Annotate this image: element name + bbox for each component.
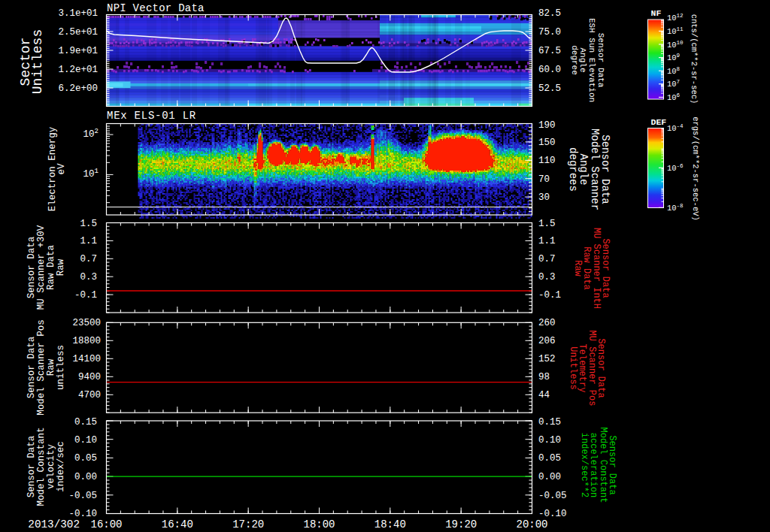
svg-text:-0.1: -0.1 — [74, 290, 97, 301]
svg-text:Raw: Raw — [56, 258, 66, 276]
svg-text:0.10: 0.10 — [538, 435, 561, 446]
svg-text:ESH Sun Elevation: ESH Sun Elevation — [587, 18, 596, 102]
svg-text:1.5: 1.5 — [538, 219, 556, 229]
svg-text:30: 30 — [538, 192, 550, 203]
svg-text:0.05: 0.05 — [74, 453, 97, 464]
svg-text:23500: 23500 — [72, 318, 101, 328]
svg-text:NF: NF — [651, 8, 662, 18]
svg-text:1.9e+01: 1.9e+01 — [58, 46, 98, 56]
svg-text:67.5: 67.5 — [538, 46, 561, 56]
svg-text:260: 260 — [538, 318, 556, 328]
svg-text:-0.05: -0.05 — [538, 491, 567, 501]
svg-text:150: 150 — [538, 138, 556, 148]
svg-text:Sensor Data: Sensor Data — [26, 435, 37, 497]
svg-text:index/sec: index/sec — [56, 441, 66, 492]
svg-text:16:40: 16:40 — [162, 518, 193, 530]
svg-text:cnts/(cm**2-sr-sec): cnts/(cm**2-sr-sec) — [690, 14, 699, 104]
svg-text:Raw: Raw — [46, 358, 56, 376]
svg-text:3.1e+01: 3.1e+01 — [58, 8, 98, 19]
svg-text:20:00: 20:00 — [516, 518, 547, 530]
svg-text:0.15: 0.15 — [538, 417, 561, 428]
svg-text:152: 152 — [538, 354, 556, 364]
svg-text:NPI Vector Data: NPI Vector Data — [107, 2, 205, 14]
svg-text:Unitless: Unitless — [568, 346, 578, 390]
svg-text:velocity: velocity — [46, 443, 56, 489]
svg-text:degrees: degrees — [567, 147, 579, 192]
svg-text:18:40: 18:40 — [374, 518, 406, 530]
svg-text:9400: 9400 — [78, 372, 101, 382]
svg-text:ergs/(cm**2-sr-sec-eV): ergs/(cm**2-sr-sec-eV) — [691, 116, 700, 221]
svg-text:70: 70 — [538, 174, 550, 185]
svg-text:-0.10: -0.10 — [538, 509, 567, 519]
svg-text:-0.10: -0.10 — [68, 509, 97, 519]
svg-text:-0.1: -0.1 — [538, 290, 561, 301]
svg-text:0.3: 0.3 — [80, 272, 97, 283]
svg-text:0.7: 0.7 — [80, 254, 97, 264]
svg-text:2.5e+01: 2.5e+01 — [58, 27, 98, 38]
svg-text:1.1: 1.1 — [80, 236, 97, 246]
svg-text:18:00: 18:00 — [303, 518, 335, 530]
svg-text:Model Scanner Pos: Model Scanner Pos — [36, 319, 47, 416]
svg-text:MEx ELS-01 LR: MEx ELS-01 LR — [107, 110, 196, 122]
svg-text:1.5: 1.5 — [80, 219, 97, 229]
svg-text:52.5: 52.5 — [538, 83, 561, 94]
svg-text:44: 44 — [538, 390, 550, 401]
svg-text:6.2e+00: 6.2e+00 — [58, 83, 98, 94]
svg-text:98: 98 — [538, 372, 550, 382]
svg-text:0.00: 0.00 — [538, 472, 561, 482]
svg-text:206: 206 — [538, 336, 556, 346]
svg-text:0.3: 0.3 — [538, 272, 556, 283]
svg-text:Unitless: Unitless — [30, 29, 45, 94]
svg-text:14100: 14100 — [72, 354, 101, 364]
svg-text:DEF: DEF — [651, 117, 667, 127]
svg-text:Raw Data: Raw Data — [46, 244, 56, 290]
svg-text:4700: 4700 — [78, 390, 101, 401]
svg-text:Raw: Raw — [572, 260, 583, 277]
svg-text:16:00: 16:00 — [90, 518, 122, 530]
svg-text:Sensor Data: Sensor Data — [26, 336, 37, 398]
svg-text:unitless: unitless — [56, 345, 66, 390]
svg-text:0.00: 0.00 — [74, 472, 97, 482]
svg-text:1.1: 1.1 — [538, 236, 556, 246]
svg-text:60.0: 60.0 — [538, 65, 561, 75]
svg-text:0.7: 0.7 — [538, 254, 556, 264]
svg-text:degree: degree — [570, 45, 579, 75]
svg-text:0.15: 0.15 — [74, 417, 97, 428]
svg-text:190: 190 — [538, 120, 556, 131]
svg-text:MU Scanner +30V: MU Scanner +30V — [36, 225, 47, 310]
svg-text:2013/302: 2013/302 — [28, 518, 80, 530]
svg-text:Sensor Data: Sensor Data — [596, 33, 605, 88]
svg-text:Sensor Data: Sensor Data — [26, 236, 37, 298]
svg-text:18800: 18800 — [72, 336, 101, 346]
svg-text:eV: eV — [56, 163, 67, 175]
svg-text:Angle: Angle — [578, 47, 587, 72]
svg-text:110: 110 — [538, 156, 556, 166]
svg-text:-0.05: -0.05 — [68, 491, 97, 501]
svg-text:19:20: 19:20 — [445, 518, 477, 530]
svg-text:0.05: 0.05 — [538, 453, 561, 464]
svg-text:index/sec**2: index/sec**2 — [579, 433, 590, 497]
svg-text:17:20: 17:20 — [232, 518, 264, 530]
svg-text:Model Constant: Model Constant — [36, 427, 47, 506]
svg-text:1.2e+01: 1.2e+01 — [58, 65, 98, 75]
svg-text:0.10: 0.10 — [74, 435, 97, 446]
svg-text:75.0: 75.0 — [538, 27, 561, 38]
svg-text:82.5: 82.5 — [538, 8, 561, 19]
